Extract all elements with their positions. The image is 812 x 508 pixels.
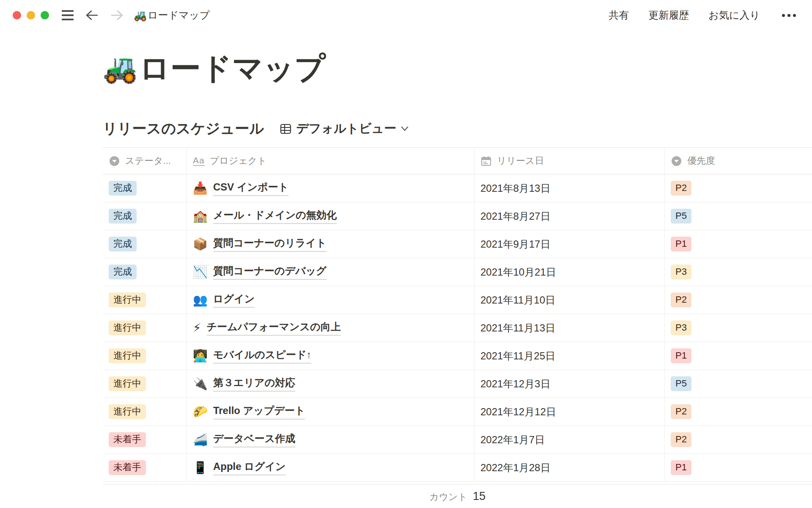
- project-link[interactable]: ログイン: [213, 292, 255, 308]
- project-cell[interactable]: 📥 CSV インポート: [187, 174, 475, 202]
- release-date-cell[interactable]: 2021年10月21日: [475, 258, 665, 286]
- priority-badge: P1: [671, 348, 691, 364]
- project-cell[interactable]: 📦 質問コーナーのリライト: [187, 230, 475, 258]
- project-link[interactable]: Trello アップデート: [213, 404, 305, 420]
- project-cell[interactable]: 🌮 Trello アップデート: [187, 398, 475, 425]
- status-cell[interactable]: 完成: [103, 174, 187, 202]
- count-footer[interactable]: カウント 15: [103, 490, 812, 503]
- table-row: 進行中 🔌 第３エリアの対応 2021年12月3日 P5: [103, 370, 812, 398]
- release-date-cell[interactable]: 2021年12月3日: [475, 370, 665, 398]
- project-cell[interactable]: 📱 Apple ログイン: [187, 454, 475, 481]
- release-date-cell[interactable]: 2021年11月10日: [475, 286, 665, 314]
- priority-cell[interactable]: P1: [665, 454, 812, 481]
- status-cell[interactable]: 完成: [103, 258, 187, 286]
- priority-cell[interactable]: P1: [665, 342, 812, 370]
- release-date-cell[interactable]: 2021年8月13日: [475, 174, 665, 202]
- priority-cell[interactable]: P2: [665, 286, 812, 314]
- release-date: 2021年8月27日: [480, 210, 550, 223]
- sidebar-menu-icon[interactable]: [62, 10, 74, 20]
- release-date-cell[interactable]: 2021年12月12日: [475, 398, 665, 425]
- status-badge: 完成: [109, 209, 137, 224]
- table-header-row: ステータ... Aa プロジェクト リリース日: [103, 147, 812, 174]
- status-cell[interactable]: 未着手: [103, 426, 187, 453]
- close-window-button[interactable]: [13, 11, 21, 19]
- priority-cell[interactable]: P5: [665, 202, 812, 230]
- project-link[interactable]: データベース作成: [213, 432, 295, 447]
- select-property-icon: [109, 155, 120, 167]
- table-row: 完成 📥 CSV インポート 2021年8月13日 P2: [103, 174, 812, 202]
- back-button[interactable]: [85, 9, 99, 22]
- favorites-button[interactable]: お気に入り: [708, 8, 760, 22]
- zoom-window-button[interactable]: [41, 11, 49, 19]
- priority-cell[interactable]: P3: [665, 258, 812, 286]
- priority-cell[interactable]: P3: [665, 314, 812, 342]
- column-header-priority[interactable]: 優先度: [665, 148, 812, 174]
- status-cell[interactable]: 完成: [103, 230, 187, 258]
- page-title[interactable]: 🚜 ロードマップ: [103, 49, 812, 87]
- project-link[interactable]: モバイルのスピード↑: [213, 348, 312, 364]
- release-date: 2021年9月17日: [480, 237, 550, 251]
- project-cell[interactable]: 👥 ログイン: [187, 286, 475, 314]
- project-link[interactable]: CSV インポート: [213, 180, 288, 196]
- table-body: 完成 📥 CSV インポート 2021年8月13日 P2 完成 🏫 メール・ドメ…: [103, 174, 812, 482]
- project-link[interactable]: チームパフォーマンスの向上: [207, 320, 341, 336]
- page-emoji[interactable]: 🚜: [103, 51, 137, 86]
- project-emoji: 👥: [193, 293, 208, 307]
- project-cell[interactable]: 📉 質問コーナーのデバッグ: [187, 258, 475, 286]
- status-badge: 進行中: [109, 293, 146, 308]
- column-header-release-date[interactable]: リリース日: [475, 148, 665, 174]
- release-date: 2021年11月25日: [480, 349, 555, 363]
- project-emoji: 📉: [193, 265, 208, 279]
- table-row: 未着手 🚄 データベース作成 2022年1月7日 P2: [103, 426, 812, 454]
- forward-button[interactable]: [110, 9, 124, 22]
- release-date-cell[interactable]: 2021年8月27日: [475, 202, 665, 230]
- table-row: 未着手 📱 Apple ログイン 2022年1月28日 P1: [103, 454, 812, 482]
- project-cell[interactable]: 🚄 データベース作成: [187, 426, 475, 453]
- table-bottom-divider: [103, 482, 812, 485]
- priority-cell[interactable]: P1: [665, 230, 812, 258]
- project-emoji: 🚄: [193, 433, 208, 447]
- table-row: 完成 🏫 メール・ドメインの無効化 2021年8月27日 P5: [103, 202, 812, 230]
- project-cell[interactable]: 🔌 第３エリアの対応: [187, 370, 475, 398]
- priority-cell[interactable]: P2: [665, 398, 812, 425]
- project-cell[interactable]: 👩‍💻 モバイルのスピード↑: [187, 342, 475, 370]
- priority-cell[interactable]: P2: [665, 426, 812, 453]
- status-cell[interactable]: 進行中: [103, 286, 187, 314]
- priority-cell[interactable]: P2: [665, 174, 812, 202]
- status-cell[interactable]: 進行中: [103, 314, 187, 342]
- column-header-status[interactable]: ステータ...: [103, 148, 187, 174]
- updates-button[interactable]: 更新履歴: [648, 8, 689, 22]
- view-switcher[interactable]: デフォルトビュー: [280, 120, 409, 137]
- status-cell[interactable]: 進行中: [103, 398, 187, 425]
- status-cell[interactable]: 進行中: [103, 370, 187, 398]
- column-header-project[interactable]: Aa プロジェクト: [187, 148, 475, 174]
- project-link[interactable]: 第３エリアの対応: [213, 376, 295, 392]
- release-date-cell[interactable]: 2022年1月28日: [475, 454, 665, 481]
- project-link[interactable]: 質問コーナーのリライト: [213, 236, 326, 252]
- project-link[interactable]: 質問コーナーのデバッグ: [213, 264, 326, 280]
- breadcrumb[interactable]: 🚜 ロードマップ: [134, 8, 210, 22]
- table-row: 完成 📉 質問コーナーのデバッグ 2021年10月21日 P3: [103, 258, 812, 286]
- release-date: 2022年1月28日: [480, 461, 550, 475]
- project-link[interactable]: メール・ドメインの無効化: [213, 208, 337, 224]
- status-cell[interactable]: 完成: [103, 202, 187, 230]
- release-date-cell[interactable]: 2021年11月25日: [475, 342, 665, 370]
- project-emoji: 📥: [193, 181, 208, 195]
- status-cell[interactable]: 未着手: [103, 454, 187, 481]
- table-view-icon: [280, 123, 291, 135]
- priority-cell[interactable]: P5: [665, 370, 812, 398]
- priority-badge: P1: [671, 460, 691, 475]
- minimize-window-button[interactable]: [27, 11, 35, 19]
- column-header-label: リリース日: [497, 155, 544, 167]
- release-date-cell[interactable]: 2021年9月17日: [475, 230, 665, 258]
- more-options-icon[interactable]: [782, 14, 796, 17]
- project-link[interactable]: Apple ログイン: [213, 460, 286, 475]
- project-cell[interactable]: ⚡ チームパフォーマンスの向上: [187, 314, 475, 342]
- share-button[interactable]: 共有: [609, 8, 629, 22]
- status-badge: 未着手: [109, 432, 146, 447]
- release-date-cell[interactable]: 2022年1月7日: [475, 426, 665, 453]
- status-cell[interactable]: 進行中: [103, 342, 187, 370]
- project-emoji: 🔌: [193, 377, 208, 391]
- project-cell[interactable]: 🏫 メール・ドメインの無効化: [187, 202, 475, 230]
- release-date-cell[interactable]: 2021年11月13日: [475, 314, 665, 342]
